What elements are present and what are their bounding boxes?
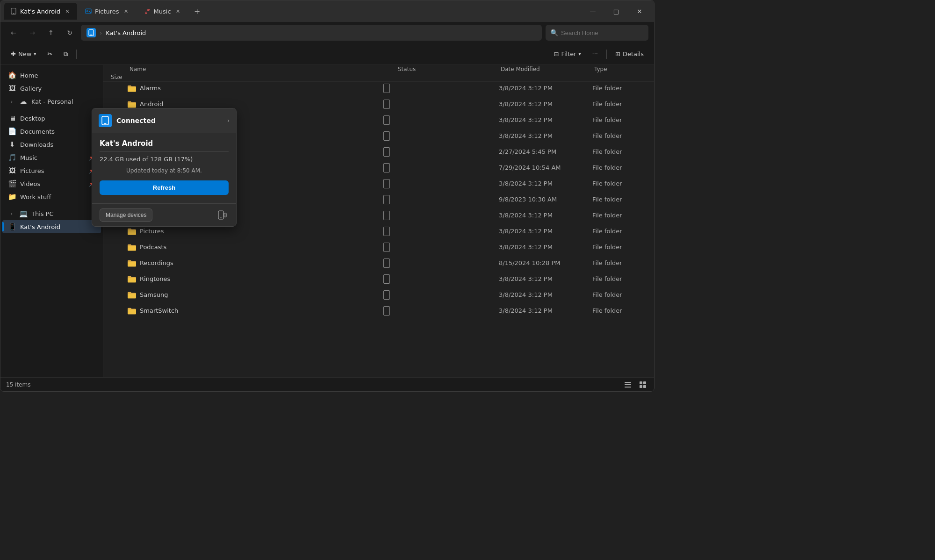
phone-small-icon bbox=[383, 195, 390, 204]
new-button[interactable]: ✚ New ▾ bbox=[6, 47, 41, 62]
svg-rect-8 bbox=[104, 123, 107, 124]
downloads-icon: ⬇ bbox=[8, 140, 16, 149]
popup-header[interactable]: Connected › bbox=[92, 108, 236, 133]
pictures-icon: 🖼 bbox=[8, 166, 16, 175]
up-button[interactable]: ↑ bbox=[43, 25, 58, 40]
title-bar: Kat's Android ✕ Pictures ✕ bbox=[0, 0, 654, 22]
row-name-cell: SmartSwitch bbox=[128, 307, 377, 315]
sidebar-item-home[interactable]: 🏠 Home bbox=[2, 69, 101, 82]
sidebar-item-work-stuff[interactable]: 📁 Work stuff bbox=[2, 190, 101, 203]
col-status[interactable]: Status bbox=[396, 66, 499, 72]
list-view-button[interactable] bbox=[622, 379, 633, 390]
search-input[interactable] bbox=[561, 29, 644, 36]
svg-rect-18 bbox=[640, 385, 642, 388]
tab-close-kats-android[interactable]: ✕ bbox=[63, 7, 72, 15]
new-tab-button[interactable]: + bbox=[190, 4, 205, 19]
col-name[interactable]: Name bbox=[128, 66, 377, 72]
table-row[interactable]: SmartSwitch 3/8/2024 3:12 PM File folder bbox=[103, 304, 654, 320]
row-name: Pictures bbox=[140, 228, 164, 235]
popup-body: Kat's Android 22.4 GB used of 128 GB (17… bbox=[92, 133, 236, 203]
cut-button[interactable]: ✂ bbox=[43, 47, 57, 62]
refresh-button[interactable]: ↻ bbox=[62, 25, 77, 40]
svg-point-4 bbox=[145, 12, 147, 14]
phone-small-icon bbox=[383, 115, 390, 125]
close-button[interactable]: ✕ bbox=[629, 4, 650, 19]
maximize-button[interactable]: □ bbox=[605, 4, 627, 19]
forward-button[interactable]: → bbox=[25, 25, 40, 40]
phone-small-icon bbox=[383, 84, 390, 93]
window-controls: — □ ✕ bbox=[582, 4, 650, 19]
phone-small-icon bbox=[383, 274, 390, 284]
tab-close-pictures[interactable]: ✕ bbox=[122, 7, 130, 15]
popup-settings-icon[interactable] bbox=[216, 208, 229, 222]
sidebar-item-kat-personal[interactable]: › ☁ Kat - Personal bbox=[2, 95, 101, 108]
row-phone-cell bbox=[377, 290, 396, 300]
svg-rect-1 bbox=[13, 13, 14, 14]
col-date[interactable]: Date Modified bbox=[499, 66, 592, 72]
popup-divider bbox=[100, 151, 229, 152]
back-button[interactable]: ← bbox=[6, 25, 21, 40]
filter-button[interactable]: ⊟ Filter ▾ bbox=[549, 47, 585, 62]
status-bar-right bbox=[622, 379, 648, 390]
sidebar-item-kats-android[interactable]: 📱 Kat's Android bbox=[2, 220, 101, 233]
minimize-button[interactable]: — bbox=[582, 4, 604, 19]
row-name: Ringtones bbox=[140, 275, 170, 282]
folder-icon bbox=[128, 228, 136, 235]
sidebar-item-videos[interactable]: 🎬 Videos 📌 bbox=[2, 177, 101, 190]
col-size[interactable]: Size bbox=[109, 74, 128, 80]
phone-small-icon bbox=[383, 243, 390, 252]
tab-music[interactable]: Music ✕ bbox=[138, 3, 188, 20]
manage-devices-button[interactable]: Manage devices bbox=[100, 208, 152, 222]
row-type: File folder bbox=[592, 164, 648, 171]
sidebar-item-pictures[interactable]: 🖼 Pictures 📌 bbox=[2, 164, 101, 177]
folder-icon bbox=[128, 85, 136, 92]
row-date: 3/8/2024 3:12 PM bbox=[499, 228, 592, 235]
row-date: 3/8/2024 3:12 PM bbox=[499, 291, 592, 298]
new-dropdown-icon: ▾ bbox=[34, 51, 36, 57]
table-row[interactable]: Pictures 3/8/2024 3:12 PM File folder bbox=[103, 225, 654, 241]
tab-phone-icon bbox=[10, 7, 17, 15]
row-name: Recordings bbox=[140, 259, 173, 266]
details-button[interactable]: ⊞ Details bbox=[611, 47, 648, 62]
svg-rect-14 bbox=[625, 384, 631, 385]
sidebar-item-downloads[interactable]: ⬇ Downloads bbox=[2, 138, 101, 151]
search-bar[interactable]: 🔍 bbox=[546, 25, 648, 41]
row-date: 3/8/2024 3:12 PM bbox=[499, 116, 592, 123]
row-type: File folder bbox=[592, 291, 648, 298]
address-bar[interactable]: › Kat's Android bbox=[81, 25, 542, 41]
folder-icon bbox=[128, 101, 136, 108]
row-name-cell: Pictures bbox=[128, 228, 377, 235]
main-window: Kat's Android ✕ Pictures ✕ bbox=[0, 0, 654, 392]
table-row[interactable]: Alarms 3/8/2024 3:12 PM File folder bbox=[103, 82, 654, 98]
sidebar-item-music[interactable]: 🎵 Music 📌 bbox=[2, 151, 101, 164]
popup-refresh-button[interactable]: Refresh bbox=[100, 180, 229, 195]
sidebar-label-pictures: Pictures bbox=[20, 167, 44, 174]
row-type: File folder bbox=[592, 228, 648, 235]
toolbar-separator-2 bbox=[606, 50, 607, 59]
table-row[interactable]: Samsung 3/8/2024 3:12 PM File folder bbox=[103, 288, 654, 304]
sidebar-item-this-pc[interactable]: › 💻 This PC bbox=[2, 207, 101, 220]
row-phone-cell bbox=[377, 195, 396, 204]
tab-close-music[interactable]: ✕ bbox=[174, 7, 182, 15]
table-row[interactable]: Ringtones 3/8/2024 3:12 PM File folder bbox=[103, 273, 654, 288]
tab-pictures[interactable]: Pictures ✕ bbox=[79, 3, 136, 20]
sidebar-item-desktop[interactable]: 🖥 Desktop bbox=[2, 112, 101, 125]
copy-button[interactable]: ⧉ bbox=[59, 47, 72, 62]
row-date: 7/29/2024 10:54 AM bbox=[499, 164, 592, 171]
table-row[interactable]: Recordings 8/15/2024 10:28 PM File folde… bbox=[103, 257, 654, 273]
sidebar-label-documents: Documents bbox=[20, 128, 55, 135]
phone-small-icon bbox=[383, 227, 390, 236]
copy-icon: ⧉ bbox=[64, 50, 68, 58]
more-button[interactable]: ··· bbox=[588, 47, 603, 62]
tab-kats-android[interactable]: Kat's Android ✕ bbox=[4, 3, 77, 20]
filter-label: Filter bbox=[561, 50, 576, 57]
row-phone-cell bbox=[377, 179, 396, 188]
sidebar-item-gallery[interactable]: 🖼 Gallery bbox=[2, 82, 101, 95]
sidebar-item-documents[interactable]: 📄 Documents bbox=[2, 125, 101, 138]
sidebar-label-music: Music bbox=[20, 154, 37, 161]
col-type[interactable]: Type bbox=[592, 66, 648, 72]
grid-view-button[interactable] bbox=[637, 379, 648, 390]
svg-rect-6 bbox=[90, 35, 93, 36]
table-row[interactable]: Podcasts 3/8/2024 3:12 PM File folder bbox=[103, 241, 654, 257]
sidebar-label-gallery: Gallery bbox=[20, 85, 42, 92]
